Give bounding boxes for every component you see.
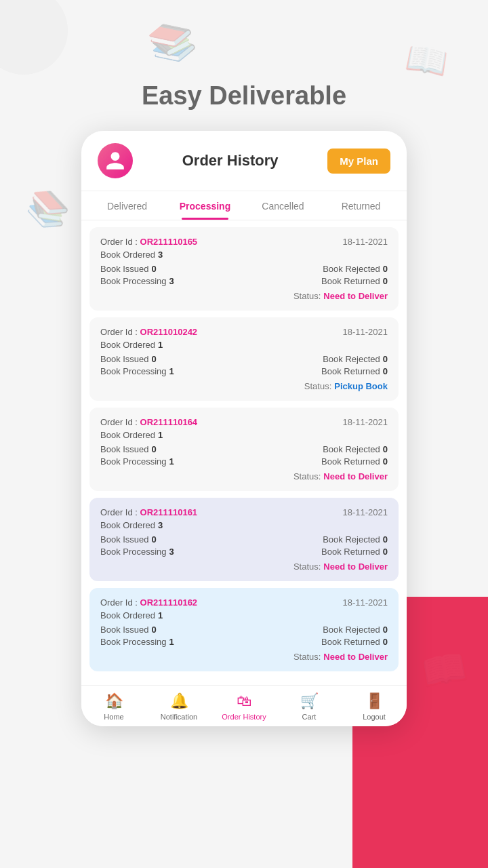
book-processing-returned-row: Book Processing3 Book Returned0 bbox=[100, 275, 388, 287]
book-ordered-field: Book Ordered3 bbox=[100, 520, 163, 530]
status-row: Status: Need to Deliver bbox=[100, 471, 388, 481]
avatar bbox=[98, 143, 133, 178]
deco-book-3: 📚 bbox=[22, 184, 75, 235]
book-ordered-field: Book Ordered3 bbox=[100, 250, 163, 260]
order-card: Order Id : OR211110161 18-11-2021 Book O… bbox=[89, 498, 399, 581]
deco-book-4: 📖 bbox=[418, 644, 471, 696]
status-row: Status: Need to Deliver bbox=[100, 561, 388, 572]
order-id-row: Order Id : OR211110161 18-11-2021 bbox=[100, 507, 388, 517]
status-label: Status: bbox=[293, 652, 321, 662]
book-ordered-row: Book Ordered1 bbox=[100, 340, 388, 350]
tab-delivered[interactable]: Delivered bbox=[88, 191, 166, 220]
logout-icon: 🚪 bbox=[365, 692, 384, 710]
nav-item-order_history[interactable]: 🛍 Order History bbox=[211, 692, 277, 721]
book-ordered-field: Book Ordered1 bbox=[100, 430, 163, 440]
tab-cancelled[interactable]: Cancelled bbox=[244, 191, 322, 220]
book-processing-returned-row: Book Processing1 Book Returned0 bbox=[100, 635, 388, 648]
status-badge: Need to Deliver bbox=[323, 471, 388, 481]
book-issued-field: Book Issued0 bbox=[100, 444, 157, 454]
book-processing-field: Book Processing1 bbox=[100, 366, 174, 376]
order_history-icon: 🛍 bbox=[237, 692, 251, 710]
nav-item-home[interactable]: 🏠 Home bbox=[81, 692, 146, 721]
order-id: Order Id : OR211010242 bbox=[100, 327, 197, 337]
book-rejected-field: Book Rejected0 bbox=[323, 354, 388, 364]
book-processing-field: Book Processing3 bbox=[100, 547, 174, 557]
book-issued-rejected-row: Book Issued0 Book Rejected0 bbox=[100, 443, 388, 455]
order-card: Order Id : OR211110165 18-11-2021 Book O… bbox=[89, 227, 399, 311]
order-id: Order Id : OR211110161 bbox=[100, 507, 197, 517]
status-label: Status: bbox=[293, 291, 321, 301]
tab-processing[interactable]: Processing bbox=[166, 191, 244, 220]
status-label: Status: bbox=[304, 381, 331, 391]
book-ordered-field: Book Ordered1 bbox=[100, 610, 163, 620]
book-processing-field: Book Processing3 bbox=[100, 276, 174, 286]
order-date: 18-11-2021 bbox=[343, 237, 388, 247]
my-plan-button[interactable]: My Plan bbox=[327, 149, 390, 174]
app-header: Order History My Plan bbox=[81, 131, 407, 191]
book-issued-field: Book Issued0 bbox=[100, 264, 157, 274]
book-returned-field: Book Returned0 bbox=[321, 366, 388, 376]
order-id-row: Order Id : OR211110165 18-11-2021 bbox=[100, 237, 388, 247]
tabs-container: Delivered Processing Cancelled Returned bbox=[81, 191, 407, 220]
app-card: Order History My Plan Delivered Processi… bbox=[81, 131, 407, 726]
user-icon bbox=[104, 150, 126, 172]
status-badge: Need to Deliver bbox=[323, 561, 388, 572]
book-processing-field: Book Processing1 bbox=[100, 637, 174, 647]
book-ordered-field: Book Ordered1 bbox=[100, 340, 163, 350]
order-card: Order Id : OR211010242 18-11-2021 Book O… bbox=[89, 317, 399, 401]
status-row: Status: Need to Deliver bbox=[100, 291, 388, 301]
order-id: Order Id : OR211110162 bbox=[100, 597, 197, 608]
book-rejected-field: Book Rejected0 bbox=[323, 534, 388, 545]
order-id-row: Order Id : OR211010242 18-11-2021 bbox=[100, 327, 388, 337]
book-returned-field: Book Returned0 bbox=[321, 637, 388, 647]
status-row: Status: Pickup Book bbox=[100, 381, 388, 391]
book-processing-returned-row: Book Processing1 Book Returned0 bbox=[100, 455, 388, 467]
bottom-nav: 🏠 Home 🔔 Notification 🛍 Order History 🛒 … bbox=[81, 685, 407, 726]
status-badge: Need to Deliver bbox=[323, 291, 388, 301]
order-id-row: Order Id : OR211110162 18-11-2021 bbox=[100, 597, 388, 608]
book-returned-field: Book Returned0 bbox=[321, 456, 388, 467]
nav-item-notification[interactable]: 🔔 Notification bbox=[146, 692, 211, 721]
book-issued-rejected-row: Book Issued0 Book Rejected0 bbox=[100, 262, 388, 275]
status-row: Status: Need to Deliver bbox=[100, 652, 388, 662]
logout-label: Logout bbox=[363, 713, 386, 721]
book-rejected-field: Book Rejected0 bbox=[323, 444, 388, 454]
order-id: Order Id : OR211110164 bbox=[100, 417, 197, 427]
order-date: 18-11-2021 bbox=[343, 417, 388, 427]
order-list: Order Id : OR211110165 18-11-2021 Book O… bbox=[81, 220, 407, 685]
status-label: Status: bbox=[293, 561, 321, 572]
nav-item-cart[interactable]: 🛒 Cart bbox=[277, 692, 342, 721]
book-issued-rejected-row: Book Issued0 Book Rejected0 bbox=[100, 623, 388, 635]
order-id-row: Order Id : OR211110164 18-11-2021 bbox=[100, 417, 388, 427]
book-rejected-field: Book Rejected0 bbox=[323, 625, 388, 635]
order-date: 18-11-2021 bbox=[343, 597, 388, 608]
book-ordered-row: Book Ordered1 bbox=[100, 610, 388, 620]
cart-icon: 🛒 bbox=[300, 692, 319, 710]
home-label: Home bbox=[104, 713, 123, 721]
status-badge: Pickup Book bbox=[334, 381, 388, 391]
book-issued-rejected-row: Book Issued0 Book Rejected0 bbox=[100, 353, 388, 365]
book-issued-rejected-row: Book Issued0 Book Rejected0 bbox=[100, 533, 388, 545]
book-processing-field: Book Processing1 bbox=[100, 456, 174, 467]
order_history-label: Order History bbox=[222, 713, 266, 721]
order-date: 18-11-2021 bbox=[343, 507, 388, 517]
book-ordered-row: Book Ordered3 bbox=[100, 520, 388, 530]
order-id: Order Id : OR211110165 bbox=[100, 237, 197, 247]
book-issued-field: Book Issued0 bbox=[100, 625, 157, 635]
page-title: Easy Deliverable bbox=[0, 0, 488, 111]
book-processing-returned-row: Book Processing3 Book Returned0 bbox=[100, 545, 388, 557]
order-date: 18-11-2021 bbox=[343, 327, 388, 337]
nav-item-logout[interactable]: 🚪 Logout bbox=[342, 692, 407, 721]
tab-returned[interactable]: Returned bbox=[322, 191, 400, 220]
book-ordered-row: Book Ordered3 bbox=[100, 250, 388, 260]
book-processing-returned-row: Book Processing1 Book Returned0 bbox=[100, 365, 388, 377]
book-issued-field: Book Issued0 bbox=[100, 354, 157, 364]
header-title: Order History bbox=[182, 152, 279, 170]
status-label: Status: bbox=[293, 471, 321, 481]
order-card: Order Id : OR211110164 18-11-2021 Book O… bbox=[89, 408, 399, 491]
notification-icon: 🔔 bbox=[170, 692, 188, 710]
book-ordered-row: Book Ordered1 bbox=[100, 430, 388, 440]
notification-label: Notification bbox=[161, 713, 197, 721]
book-returned-field: Book Returned0 bbox=[321, 276, 388, 286]
order-card: Order Id : OR211110162 18-11-2021 Book O… bbox=[89, 588, 399, 671]
